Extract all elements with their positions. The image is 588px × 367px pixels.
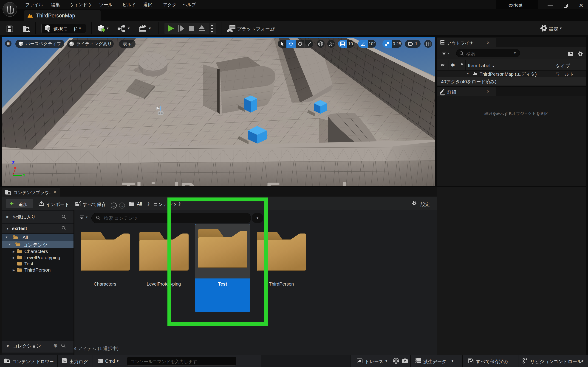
svg-text:ThirdPerson Example: ThirdPerson Example: [122, 178, 362, 186]
svg-text:Z: Z: [12, 161, 15, 165]
svg-text:Y: Y: [23, 173, 26, 178]
svg-text:X: X: [14, 166, 17, 170]
